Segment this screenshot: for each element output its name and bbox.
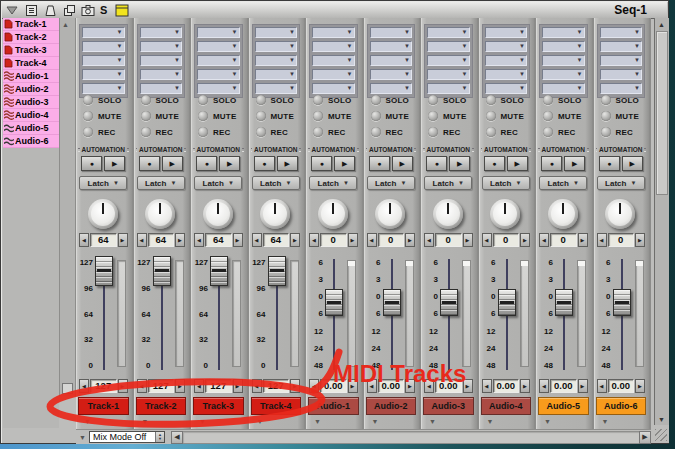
pan-value[interactable]: 0 (378, 233, 405, 247)
insert-popup[interactable]: ▼ (312, 27, 355, 38)
sidebar-track-row[interactable]: Audio-5 (3, 122, 59, 135)
pan-decrement-button[interactable]: ◀ (424, 233, 434, 247)
solo-button[interactable] (198, 95, 208, 105)
tracks-window-icon[interactable] (43, 4, 57, 17)
track-select-icon[interactable]: ▼ (314, 418, 321, 425)
pan-value[interactable]: 64 (148, 233, 175, 247)
track-name-label[interactable]: Track-1 (78, 397, 129, 415)
scrollbar-box[interactable] (62, 383, 73, 394)
fader-handle[interactable] (268, 256, 286, 286)
fader-increment-button[interactable]: ▶ (175, 379, 185, 393)
track-select-icon[interactable]: ▼ (429, 418, 436, 425)
fader-increment-button[interactable]: ▶ (118, 379, 128, 393)
fader-increment-button[interactable]: ▶ (233, 379, 243, 393)
fader-handle[interactable] (325, 289, 343, 316)
pan-value[interactable]: 64 (205, 233, 232, 247)
automation-mode-select[interactable]: Latch ▼ (194, 176, 242, 190)
fader-value[interactable]: 0.00 (550, 379, 577, 393)
fader-value[interactable]: 127 (148, 379, 175, 393)
fader-increment-button[interactable]: ▶ (348, 379, 358, 393)
pan-decrement-button[interactable]: ◀ (252, 233, 262, 247)
fader-decrement-button[interactable]: ◀ (539, 379, 549, 393)
sidebar-track-row[interactable]: Audio-6 (3, 135, 59, 148)
fader-value[interactable]: 0.00 (608, 379, 635, 393)
insert-popup[interactable]: ▼ (600, 27, 643, 38)
fader-decrement-button[interactable]: ◀ (597, 379, 607, 393)
sidebar-track-row[interactable]: Audio-4 (3, 109, 59, 122)
automation-mode-select[interactable]: Latch ▼ (424, 176, 472, 190)
pan-decrement-button[interactable]: ◀ (137, 233, 147, 247)
solo-button[interactable] (601, 95, 611, 105)
solo-button[interactable] (313, 95, 323, 105)
rec-button[interactable] (428, 127, 438, 137)
mute-button[interactable] (256, 111, 266, 121)
solo-button[interactable] (486, 95, 496, 105)
automation-play-button[interactable]: ▶ (162, 156, 183, 171)
layered-windows-icon[interactable] (62, 4, 76, 17)
fader-increment-button[interactable]: ▶ (578, 379, 588, 393)
pan-value[interactable]: 64 (90, 233, 117, 247)
automation-record-button[interactable]: ● (81, 156, 102, 171)
rec-button[interactable] (198, 127, 208, 137)
pan-knob[interactable] (88, 199, 118, 229)
insert-popup[interactable]: ▼ (255, 27, 298, 38)
fader-handle[interactable] (440, 289, 458, 316)
pan-decrement-button[interactable]: ◀ (367, 233, 377, 247)
solo-button[interactable] (371, 95, 381, 105)
pan-knob[interactable] (145, 199, 175, 229)
mute-button[interactable] (313, 111, 323, 121)
fader-handle[interactable] (153, 256, 171, 286)
pan-value[interactable]: 0 (608, 233, 635, 247)
pan-value[interactable]: 0 (493, 233, 520, 247)
title-bar[interactable]: S Seq-1 (2, 2, 667, 19)
mute-button[interactable] (428, 111, 438, 121)
fader-value[interactable]: 0.00 (378, 379, 405, 393)
track-name-label[interactable]: Track-4 (251, 397, 302, 415)
fader-value[interactable]: 0.00 (320, 379, 347, 393)
pan-knob[interactable] (318, 199, 348, 229)
automation-play-button[interactable]: ▶ (507, 156, 528, 171)
fader-decrement-button[interactable]: ◀ (482, 379, 492, 393)
track-name-label[interactable]: Audio-4 (481, 397, 532, 415)
track-select-icon[interactable]: ▼ (372, 418, 379, 425)
fader-value[interactable]: 127 (205, 379, 232, 393)
automation-play-button[interactable]: ▶ (334, 156, 355, 171)
pan-increment-button[interactable]: ▶ (578, 233, 588, 247)
fader-increment-button[interactable]: ▶ (635, 379, 645, 393)
mute-button[interactable] (371, 111, 381, 121)
sidebar-track-row[interactable]: Audio-1 (3, 70, 59, 83)
track-name-label[interactable]: Track-2 (136, 397, 187, 415)
automation-record-button[interactable]: ● (426, 156, 447, 171)
sidebar-track-row[interactable]: Track-4 (3, 57, 59, 70)
fader-value[interactable]: 127 (263, 379, 290, 393)
fader-increment-button[interactable]: ▶ (405, 379, 415, 393)
solo-button[interactable] (83, 95, 93, 105)
pan-knob[interactable] (260, 199, 290, 229)
scroll-right-icon[interactable]: ▶ (639, 431, 651, 444)
automation-play-button[interactable]: ▶ (277, 156, 298, 171)
insert-popup[interactable]: ▼ (82, 69, 125, 80)
fader-decrement-button[interactable]: ◀ (424, 379, 434, 393)
fader-decrement-button[interactable]: ◀ (252, 379, 262, 393)
insert-popup[interactable]: ▼ (370, 27, 413, 38)
track-select-icon[interactable]: ▼ (544, 418, 551, 425)
fader-decrement-button[interactable]: ◀ (137, 379, 147, 393)
track-select-icon[interactable]: ▼ (84, 418, 91, 425)
rec-button[interactable] (371, 127, 381, 137)
insert-popup[interactable]: ▼ (427, 55, 470, 66)
pan-decrement-button[interactable]: ◀ (597, 233, 607, 247)
pan-knob[interactable] (203, 199, 233, 229)
insert-popup[interactable]: ▼ (370, 41, 413, 52)
insert-popup[interactable]: ▼ (140, 41, 183, 52)
solo-button[interactable] (428, 95, 438, 105)
pan-increment-button[interactable]: ▶ (290, 233, 300, 247)
fader-handle[interactable] (95, 256, 113, 286)
insert-popup[interactable]: ▼ (427, 69, 470, 80)
rec-button[interactable] (601, 127, 611, 137)
sidebar-track-row[interactable]: Track-2 (3, 31, 59, 44)
automation-record-button[interactable]: ● (369, 156, 390, 171)
sidebar-track-row[interactable]: Track-3 (3, 44, 59, 57)
insert-popup[interactable]: ▼ (370, 69, 413, 80)
snapshot-camera-icon[interactable] (81, 4, 95, 17)
track-name-label[interactable]: Audio-3 (423, 397, 474, 415)
